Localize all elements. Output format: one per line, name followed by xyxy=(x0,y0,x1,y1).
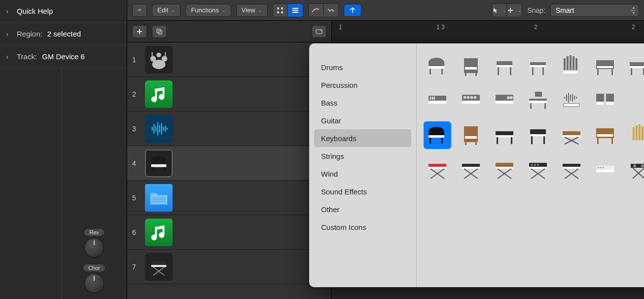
tracks-subbar: 1 1 3 2 2 xyxy=(127,21,644,42)
icon-category-bass[interactable]: Bass xyxy=(314,94,411,112)
track-row[interactable]: 5 xyxy=(127,181,331,215)
svg-rect-38 xyxy=(465,67,477,70)
region-row[interactable]: › Region: 2 selected xyxy=(0,23,127,45)
svg-rect-156 xyxy=(462,167,480,169)
svg-rect-102 xyxy=(544,103,546,109)
grand-piano-icon[interactable] xyxy=(145,150,173,177)
add-track-button[interactable] xyxy=(132,25,147,38)
desk-keys-flat-icon[interactable] xyxy=(524,87,552,114)
black-synth-stand-icon[interactable] xyxy=(457,156,485,184)
track-row[interactable]: › Track: GM Device 6 xyxy=(0,45,127,68)
pointer-tool-button[interactable]: ⌄ xyxy=(492,4,507,17)
grid-view-button[interactable] xyxy=(273,4,288,17)
category-label: Bass xyxy=(321,99,337,107)
svg-rect-119 xyxy=(465,136,477,139)
tonewheel-organ-icon[interactable] xyxy=(591,121,619,149)
edit-menu[interactable]: Edit⌄ xyxy=(152,4,180,17)
svg-rect-26 xyxy=(151,164,167,167)
drum-machine-flat-icon[interactable] xyxy=(457,87,485,114)
global-tracks-button[interactable] xyxy=(312,25,326,38)
svg-rect-131 xyxy=(563,135,580,137)
icon-category-sound-effects[interactable]: Sound Effects xyxy=(314,183,411,200)
combo-organ-flat-icon[interactable] xyxy=(591,52,619,80)
knob-rev[interactable] xyxy=(84,238,104,258)
snap-select[interactable]: Smart ▲ ▼ xyxy=(550,4,639,17)
svg-rect-136 xyxy=(633,127,635,140)
catch-playhead-button[interactable] xyxy=(344,4,361,17)
svg-rect-89 xyxy=(467,96,469,99)
category-label: Strings xyxy=(321,152,344,160)
svg-rect-100 xyxy=(529,101,547,103)
rhodes-icon[interactable] xyxy=(558,121,585,149)
svg-rect-84 xyxy=(430,97,431,100)
drumkit-icon[interactable] xyxy=(145,46,173,74)
stepper-down-icon: ▼ xyxy=(632,11,636,15)
dj-stand-icon[interactable] xyxy=(625,156,644,184)
waveform-icon[interactable] xyxy=(145,115,173,143)
svg-rect-0 xyxy=(277,7,279,9)
timeline-ruler[interactable]: 1 1 3 2 2 xyxy=(332,21,644,42)
synth-flat-icon[interactable] xyxy=(625,52,644,80)
controller-flat-icon[interactable] xyxy=(591,87,619,114)
inspector-panel: › Quick Help › Region: 2 selected › Trac… xyxy=(0,0,127,299)
view-menu-label: View xyxy=(242,6,255,14)
grand-piano-icon[interactable] xyxy=(424,121,451,149)
grand-piano-flat-icon[interactable] xyxy=(424,52,451,80)
moog-stand-icon[interactable] xyxy=(491,156,518,184)
svg-rect-6 xyxy=(292,12,298,13)
clavinet-flat-icon[interactable] xyxy=(524,52,552,80)
red-synth-stand-icon[interactable] xyxy=(424,156,451,184)
upright-piano-flat-icon[interactable] xyxy=(457,52,485,80)
poly-synth-stand-icon[interactable] xyxy=(524,156,552,184)
icon-category-strings[interactable]: Strings xyxy=(314,147,411,165)
upright-piano-icon[interactable] xyxy=(457,121,485,149)
pipe-organ-icon[interactable] xyxy=(625,121,644,149)
quick-help-row[interactable]: › Quick Help xyxy=(0,0,127,23)
music-note-icon[interactable] xyxy=(145,80,173,108)
music-note-icon[interactable] xyxy=(145,219,173,246)
icon-category-custom[interactable]: Custom Icons xyxy=(314,218,411,236)
svg-rect-165 xyxy=(563,167,580,169)
alt-tool-button[interactable]: ⌄ xyxy=(507,4,522,17)
list-view-button[interactable] xyxy=(288,4,303,17)
track-row[interactable]: 7 xyxy=(127,250,331,284)
track-row[interactable]: 1 xyxy=(127,42,331,77)
controller-stand-icon[interactable] xyxy=(558,156,585,184)
workstation-flat-icon[interactable] xyxy=(424,87,451,114)
icon-category-other[interactable]: Other xyxy=(314,200,411,218)
view-menu[interactable]: View⌄ xyxy=(236,4,268,17)
track-row[interactable]: 2 xyxy=(127,77,331,112)
svg-rect-50 xyxy=(567,56,569,70)
icon-category-drums[interactable]: Drums xyxy=(314,58,411,76)
icon-category-guitar[interactable]: Guitar xyxy=(314,112,411,129)
icon-category-wind[interactable]: Wind xyxy=(314,165,411,183)
functions-menu[interactable]: Functions⌄ xyxy=(185,4,231,17)
svg-rect-14 xyxy=(152,52,153,57)
sampler-flat-icon[interactable] xyxy=(491,87,518,114)
knob-chor[interactable] xyxy=(84,273,104,293)
stage-piano-icon[interactable] xyxy=(491,121,518,149)
svg-rect-120 xyxy=(465,142,466,145)
up-nav-button[interactable] xyxy=(132,4,147,17)
svg-rect-137 xyxy=(636,125,638,140)
svg-rect-49 xyxy=(564,58,566,70)
icon-category-keyboards[interactable]: Keyboards xyxy=(314,129,411,147)
svg-rect-125 xyxy=(511,137,512,144)
svg-rect-92 xyxy=(462,101,480,104)
automation-curve-button[interactable] xyxy=(309,4,323,17)
waveform-keys-flat-icon[interactable] xyxy=(558,87,585,114)
track-row[interactable]: 6 xyxy=(127,215,331,250)
track-row[interactable]: 4 xyxy=(127,146,331,181)
flex-button[interactable] xyxy=(323,4,338,17)
folder-icon[interactable] xyxy=(145,184,173,212)
electric-piano-flat-icon[interactable] xyxy=(491,52,518,80)
duplicate-track-button[interactable] xyxy=(152,25,167,38)
mini-keys-icon[interactable] xyxy=(591,156,619,184)
svg-rect-127 xyxy=(530,134,546,136)
pipe-organ-flat-icon[interactable] xyxy=(558,52,585,80)
svg-rect-138 xyxy=(639,124,641,140)
keyboard-stand-icon[interactable] xyxy=(145,253,173,281)
icon-category-percussion[interactable]: Percussion xyxy=(314,76,411,94)
track-row[interactable]: 3 xyxy=(127,112,331,146)
console-piano-icon[interactable] xyxy=(524,121,552,149)
